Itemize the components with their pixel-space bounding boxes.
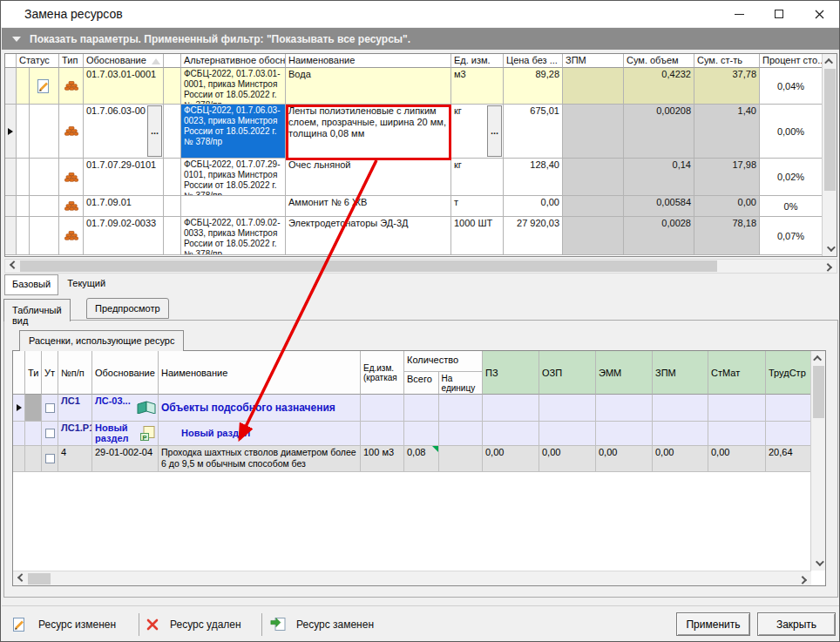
- scroll-down-button[interactable]: [823, 241, 837, 256]
- scroll-thumb[interactable]: [813, 366, 824, 418]
- apply-button[interactable]: Применить: [676, 612, 750, 636]
- minimize-button[interactable]: [719, 1, 759, 27]
- col-header-zpm[interactable]: ЗПМ: [563, 54, 624, 68]
- col-header-quantity-group: Количество Всего На единицу: [404, 351, 483, 395]
- col-header-quantity[interactable]: Количество: [404, 351, 482, 372]
- code-lookup-button[interactable]: ...: [147, 105, 162, 157]
- rates-row-position[interactable]: 4 29-01-002-04 Проходка шахтных стволов …: [13, 446, 811, 472]
- cell-npp: 4: [58, 446, 92, 472]
- cell-unit: 1000 ШТ: [451, 217, 504, 255]
- scroll-down-button[interactable]: [811, 556, 826, 571]
- scroll-right-button[interactable]: [796, 571, 811, 586]
- row-checkbox[interactable]: [45, 429, 55, 438]
- table-row-selected[interactable]: 01.7.06.03-00... ФСБЦ-2022, 01.7.06.03-0…: [5, 105, 822, 159]
- unit-lookup-button[interactable]: ...: [487, 105, 502, 157]
- cell-stmat: 0,00: [708, 446, 766, 472]
- scroll-thumb[interactable]: [28, 573, 51, 585]
- row-gutter: [5, 68, 17, 105]
- col-header-zpm[interactable]: ЗПМ: [653, 351, 708, 395]
- col-header-per-unit[interactable]: На единицу: [439, 372, 482, 394]
- cell-justification[interactable]: ЛС-03...: [92, 395, 159, 422]
- material-bricks-icon: [64, 81, 78, 91]
- col-header-percent[interactable]: Процент сто...: [760, 54, 822, 68]
- cell-name: Очес льняной: [286, 159, 451, 196]
- tab-preview[interactable]: Предпросмотр: [86, 298, 169, 319]
- corner-cell: [13, 351, 25, 395]
- maximize-button[interactable]: [759, 1, 799, 27]
- rates-row-estimate[interactable]: ЛС1 ЛС-03... Объекты подсобного назначен…: [13, 395, 811, 422]
- col-header-total-volume[interactable]: Сум. объем: [624, 54, 694, 68]
- scroll-right-button[interactable]: [822, 259, 837, 274]
- tab-table-view[interactable]: Табличный вид: [3, 299, 71, 321]
- close-window-button[interactable]: Закрыть: [757, 612, 836, 636]
- cell-name: Электродетонаторы ЭД-3Д: [286, 217, 451, 255]
- scroll-thumb[interactable]: [20, 260, 717, 272]
- col-header-emm[interactable]: ЭММ: [596, 351, 653, 395]
- col-header-stmat[interactable]: СтМат: [708, 351, 766, 395]
- col-header-pz[interactable]: ПЗ: [483, 351, 539, 395]
- rates-vscrollbar[interactable]: [810, 351, 825, 571]
- col-header-name[interactable]: Наименование: [159, 351, 361, 395]
- cell-zpm: [563, 196, 624, 217]
- col-header-unit[interactable]: Ед. изм.: [451, 54, 504, 68]
- tab-current[interactable]: Текущий: [58, 274, 114, 295]
- close-button[interactable]: [799, 1, 839, 27]
- cell-justification[interactable]: Новый раздел P: [92, 422, 159, 446]
- col-header-type[interactable]: Тип: [59, 54, 84, 68]
- row-checkbox[interactable]: [45, 403, 55, 413]
- table-row[interactable]: 01.7.07.29-0101 ФСБЦ-2022, 01.7.07.29-01…: [5, 159, 822, 196]
- cell-alt-selected[interactable]: ФСБЦ-2022, 01.7.06.03-0023, приказ Минст…: [181, 105, 286, 159]
- cell-name: Новый раздел: [159, 422, 361, 446]
- col-header-justification[interactable]: Обоснование: [92, 351, 159, 395]
- current-row-marker: [5, 105, 17, 159]
- row-gutter: [5, 159, 17, 196]
- col-header-npp[interactable]: №п/п: [58, 351, 92, 395]
- current-row-marker: [13, 395, 25, 422]
- tab-rates-using-resource[interactable]: Расценки, использующие ресурс: [19, 330, 184, 351]
- scroll-up-button[interactable]: [811, 351, 826, 366]
- col-header-name[interactable]: Наименование: [286, 54, 451, 68]
- rates-row-section[interactable]: ЛС1.Р1 Новый раздел P Новый раздел: [13, 422, 811, 446]
- close-icon: [815, 10, 824, 19]
- chevron-left-icon: [10, 260, 18, 269]
- material-bricks-icon: [64, 201, 78, 211]
- cell-price: 675,01: [504, 105, 563, 159]
- cell-total[interactable]: 0,08: [404, 446, 439, 472]
- scroll-left-button[interactable]: [5, 259, 20, 274]
- scroll-left-button[interactable]: [13, 571, 28, 586]
- table-row[interactable]: 01.7.03.01-0001 ФСБЦ-2022, 01.7.03.01-00…: [5, 68, 822, 105]
- cell-name: Аммонит № 6 ЖВ: [286, 196, 451, 217]
- table-row[interactable]: 01.7.09.01 Аммонит № 6 ЖВ т 0,00 0,00584…: [5, 196, 822, 217]
- col-header-total-cost[interactable]: Сум. ст-ть: [694, 54, 760, 68]
- col-header-unit[interactable]: Ед.изм. (краткая: [361, 351, 404, 395]
- cell-volume: 0,4232: [624, 68, 694, 105]
- resources-hscrollbar[interactable]: [4, 259, 837, 274]
- col-header-ut[interactable]: Ут: [42, 351, 58, 395]
- resources-vscrollbar[interactable]: [822, 54, 837, 256]
- col-header-price[interactable]: Цена без ...: [504, 54, 563, 68]
- cell-unit[interactable]: кг...: [451, 105, 504, 159]
- table-row[interactable]: 01.7.09.02-0033 ФСБЦ-2022, 01.7.09.02-00…: [5, 217, 822, 255]
- col-header-ozp[interactable]: ОЗП: [539, 351, 596, 395]
- cell-cost: 17,98: [694, 159, 760, 196]
- row-checkbox[interactable]: [45, 454, 55, 463]
- col-header-total[interactable]: Всего: [404, 372, 439, 394]
- rates-hscrollbar[interactable]: [13, 571, 811, 585]
- col-header-alt-justification[interactable]: Альтернативное обоснование: [181, 54, 286, 68]
- chevron-up-icon: [813, 355, 822, 364]
- col-header-ti[interactable]: Ти: [25, 351, 42, 395]
- scroll-up-button[interactable]: [823, 54, 837, 69]
- scroll-thumb[interactable]: [824, 69, 836, 191]
- cell-zpm: [563, 105, 624, 159]
- col-header-status[interactable]: Статус: [17, 54, 59, 68]
- cell-pz: 0,00: [483, 446, 539, 472]
- cell-code[interactable]: 01.7.06.03-00...: [84, 105, 164, 159]
- cell-unit: м3: [451, 68, 504, 105]
- filter-bar[interactable]: Показать параметры. Примененный фильтр: …: [2, 28, 840, 50]
- col-header-blank: [164, 54, 181, 68]
- tab-base[interactable]: Базовый: [4, 274, 58, 295]
- col-header-trudstr[interactable]: ТрудСтр: [766, 351, 811, 395]
- cell-zpm: [563, 68, 624, 105]
- cell-percent: 0,04%: [760, 68, 822, 105]
- col-header-justification[interactable]: Обоснование: [84, 54, 164, 68]
